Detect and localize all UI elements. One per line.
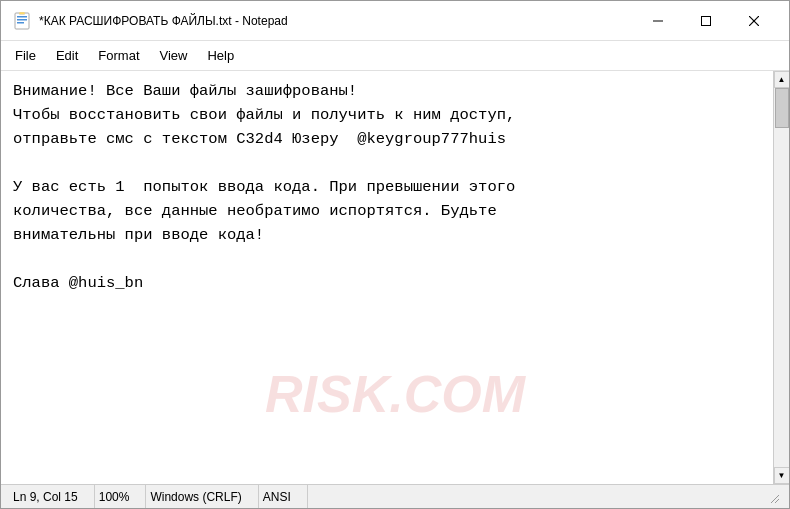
scroll-track[interactable] [774,88,789,467]
svg-rect-6 [702,16,711,25]
close-button[interactable] [731,5,777,37]
scroll-down-arrow[interactable]: ▼ [774,467,790,484]
resize-grip[interactable] [765,489,781,505]
status-bar: Ln 9, Col 15 100% Windows (CRLF) ANSI [1,484,789,508]
svg-rect-1 [17,16,27,18]
status-line-col: Ln 9, Col 15 [9,485,95,508]
window-title: *КАК РАСШИФРОВАТЬ ФАЙЛЫ.txt - Notepad [39,14,635,28]
menu-file[interactable]: File [5,44,46,67]
status-zoom: 100% [95,485,147,508]
svg-rect-0 [15,13,29,29]
svg-rect-5 [653,20,663,21]
text-area-wrapper: Внимание! Все Ваши файлы зашифрованы! Чт… [1,71,789,484]
scroll-thumb[interactable] [775,88,789,128]
maximize-button[interactable] [683,5,729,37]
svg-line-9 [771,495,779,503]
menu-view[interactable]: View [150,44,198,67]
status-encoding: ANSI [259,485,308,508]
svg-line-10 [775,499,779,503]
text-editor[interactable]: Внимание! Все Ваши файлы зашифрованы! Чт… [1,71,773,484]
status-line-ending: Windows (CRLF) [146,485,258,508]
notepad-window: *КАК РАСШИФРОВАТЬ ФАЙЛЫ.txt - Notepad [0,0,790,509]
svg-rect-3 [17,22,24,24]
svg-rect-4 [19,12,25,15]
notepad-icon [13,12,31,30]
menu-bar: File Edit Format View Help [1,41,789,71]
menu-format[interactable]: Format [88,44,149,67]
window-controls [635,5,777,37]
scroll-up-arrow[interactable]: ▲ [774,71,790,88]
menu-edit[interactable]: Edit [46,44,88,67]
svg-rect-2 [17,19,27,21]
menu-help[interactable]: Help [197,44,244,67]
title-bar: *КАК РАСШИФРОВАТЬ ФАЙЛЫ.txt - Notepad [1,1,789,41]
minimize-button[interactable] [635,5,681,37]
vertical-scrollbar[interactable]: ▲ ▼ [773,71,789,484]
